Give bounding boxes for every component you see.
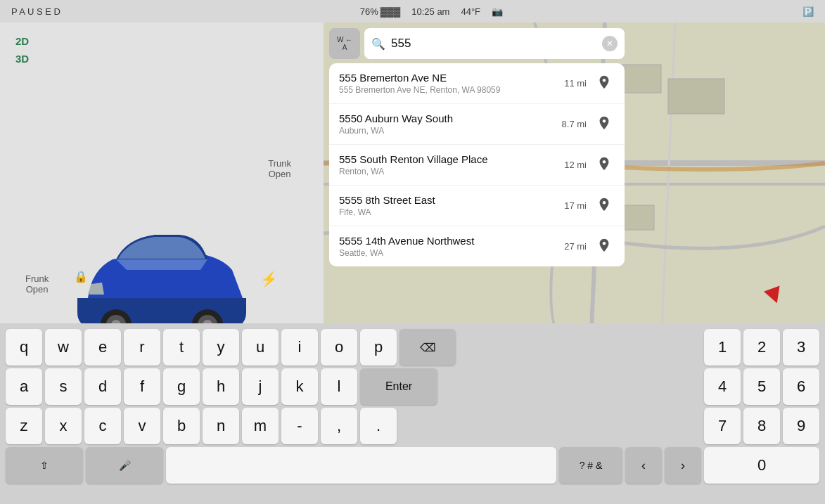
key-b[interactable]: b — [163, 408, 200, 444]
keyboard-numpad: 123456789 — [704, 329, 825, 444]
battery-percent: 76% — [360, 6, 378, 17]
key-y[interactable]: y — [203, 329, 239, 366]
key-q[interactable]: q — [6, 329, 42, 366]
numpad-row: 456 — [704, 368, 819, 405]
result-pin-button[interactable] — [594, 235, 615, 258]
clear-search-button[interactable]: ✕ — [602, 36, 618, 51]
key-h[interactable]: h — [203, 368, 239, 405]
svg-text:⚡: ⚡ — [260, 271, 274, 287]
num-key-0[interactable]: 0 — [704, 447, 819, 484]
status-right: 🅿️ — [802, 6, 814, 17]
right-arrow-key[interactable]: › — [665, 447, 701, 484]
search-icon: 🔍 — [371, 37, 385, 51]
result-distance: 8.7 mi — [562, 119, 587, 129]
view-3d-button[interactable]: 3D — [11, 51, 33, 66]
result-item[interactable]: 5555 14th Avenue Northwest Seattle, WA 2… — [329, 226, 625, 266]
view-buttons: 2D 3D — [11, 34, 33, 66]
num-key-1[interactable]: 1 — [704, 329, 741, 366]
map-area[interactable]: W ← A 🔍 ✕ 555 Bremerton Ave NE 555 Breme… — [324, 22, 825, 346]
pin-icon — [596, 115, 612, 131]
result-address: 555 Bremerton Ave NE, Renton, WA 98059 — [339, 85, 564, 95]
nav-arrow-label: W ← — [337, 36, 352, 44]
search-bar-row: W ← A 🔍 ✕ — [329, 28, 625, 59]
result-address: Renton, WA — [339, 167, 564, 176]
key-i[interactable]: i — [281, 329, 318, 366]
symbol-key[interactable]: ? # & — [559, 447, 622, 484]
num-key-9[interactable]: 9 — [783, 408, 819, 444]
nav-back-button[interactable]: W ← A — [329, 28, 360, 59]
key-o[interactable]: o — [321, 329, 357, 366]
result-address: Fife, WA — [339, 207, 564, 217]
key-g[interactable]: g — [163, 368, 200, 405]
result-address: Seattle, WA — [339, 248, 564, 258]
key-.[interactable]: . — [360, 408, 397, 444]
status-center: 76% ▓▓▓ 10:25 am 44°F 📷 — [360, 6, 503, 17]
key-,[interactable]: , — [321, 408, 357, 444]
num-key-4[interactable]: 4 — [704, 368, 741, 405]
backspace-key[interactable]: ⌫ — [399, 329, 456, 366]
key-l[interactable]: l — [321, 368, 357, 405]
key-c[interactable]: c — [84, 408, 121, 444]
num-key-3[interactable]: 3 — [783, 329, 819, 366]
pin-icon — [596, 156, 612, 172]
view-2d-button[interactable]: 2D — [11, 34, 33, 49]
pin-icon — [596, 197, 612, 212]
result-item[interactable]: 5555 8th Street East Fife, WA 17 mi — [329, 186, 625, 226]
key-w[interactable]: w — [45, 329, 82, 366]
top-right-icon: 🅿️ — [802, 6, 814, 17]
enter-key[interactable]: Enter — [360, 368, 437, 405]
keyboard-row-3: zxcvbnm-,. — [0, 408, 701, 444]
numpad-row: 123 — [704, 329, 819, 366]
result-info: 5555 8th Street East Fife, WA — [339, 194, 564, 217]
nav-a-label: A — [343, 44, 347, 51]
result-pin-button[interactable] — [594, 153, 615, 176]
num-key-5[interactable]: 5 — [743, 368, 780, 405]
key-x[interactable]: x — [45, 408, 82, 444]
result-item[interactable]: 555 South Renton Village Place Renton, W… — [329, 145, 625, 186]
microphone-key[interactable]: 🎤 — [86, 447, 163, 484]
result-item[interactable]: 555 Bremerton Ave NE 555 Bremerton Ave N… — [329, 63, 625, 104]
num-key-7[interactable]: 7 — [704, 408, 741, 444]
result-pin-button[interactable] — [594, 112, 615, 136]
shift-key[interactable]: ⇧ — [6, 447, 83, 484]
key-r[interactable]: r — [124, 329, 160, 366]
result-name: 555 South Renton Village Place — [339, 153, 564, 165]
key-t[interactable]: t — [163, 329, 200, 366]
result-name: 5555 8th Street East — [339, 194, 564, 206]
key-d[interactable]: d — [84, 368, 121, 405]
key-z[interactable]: z — [6, 408, 42, 444]
numpad-zero-row: 0 — [704, 447, 819, 484]
frunk-label: Frunk Open — [25, 273, 49, 295]
key--[interactable]: - — [281, 408, 318, 444]
result-item[interactable]: 5550 Auburn Way South Auburn, WA 8.7 mi — [329, 104, 625, 145]
camera-icon: 📷 — [492, 6, 503, 17]
key-j[interactable]: j — [242, 368, 279, 405]
search-input[interactable] — [391, 37, 596, 51]
key-e[interactable]: e — [84, 329, 121, 366]
result-distance: 27 mi — [564, 241, 587, 252]
key-u[interactable]: u — [242, 329, 279, 366]
num-key-6[interactable]: 6 — [783, 368, 819, 405]
key-m[interactable]: m — [242, 408, 279, 444]
key-v[interactable]: v — [124, 408, 160, 444]
search-input-wrap[interactable]: 🔍 ✕ — [364, 28, 625, 59]
result-pin-button[interactable] — [594, 194, 615, 217]
result-info: 555 Bremerton Ave NE 555 Bremerton Ave N… — [339, 72, 564, 95]
result-distance: 17 mi — [564, 200, 587, 211]
key-f[interactable]: f — [124, 368, 160, 405]
result-info: 5555 14th Avenue Northwest Seattle, WA — [339, 235, 564, 258]
key-a[interactable]: a — [6, 368, 42, 405]
result-name: 555 Bremerton Ave NE — [339, 72, 564, 84]
key-p[interactable]: p — [360, 329, 397, 366]
key-k[interactable]: k — [281, 368, 318, 405]
num-key-8[interactable]: 8 — [743, 408, 780, 444]
key-n[interactable]: n — [203, 408, 239, 444]
result-pin-button[interactable] — [594, 72, 615, 95]
left-arrow-key[interactable]: ‹ — [625, 447, 662, 484]
pin-icon — [596, 75, 612, 90]
battery-indicator: 76% ▓▓▓ — [360, 6, 400, 17]
space-key[interactable] — [166, 447, 556, 484]
num-key-2[interactable]: 2 — [743, 329, 780, 366]
key-s[interactable]: s — [45, 368, 82, 405]
svg-text:🔒: 🔒 — [74, 270, 88, 283]
